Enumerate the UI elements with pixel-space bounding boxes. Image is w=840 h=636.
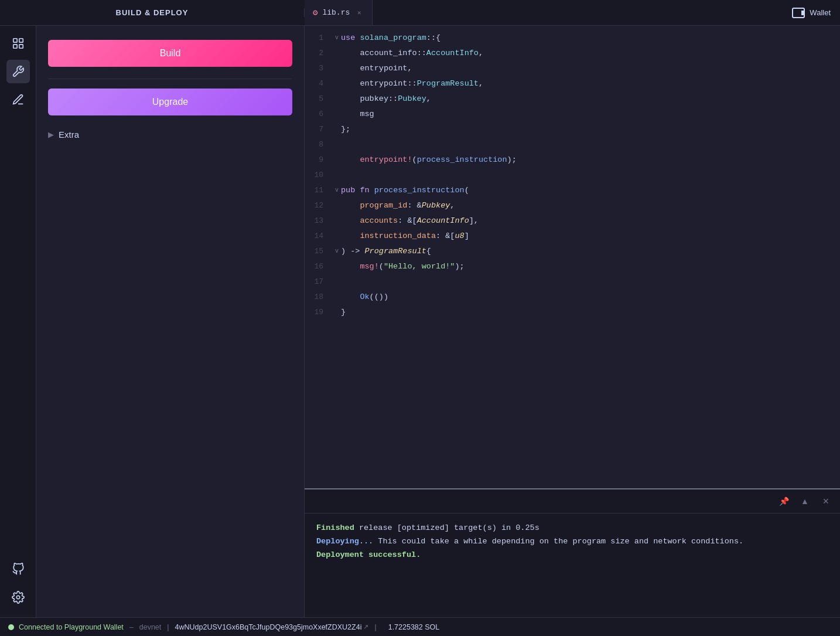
left-panel: Build Upgrade ▶ Extra xyxy=(36,26,305,617)
rust-file-icon: ⚙ xyxy=(313,8,317,18)
sidebar-icon-settings[interactable] xyxy=(6,586,30,609)
line-number: 5 xyxy=(312,91,333,107)
line-number: 19 xyxy=(312,305,333,320)
network-label: devnet xyxy=(139,623,162,631)
svg-rect-3 xyxy=(19,45,22,48)
sidebar-icon-pages[interactable] xyxy=(6,32,30,55)
top-bar: BUILD & DEPLOY ⚙ lib.rs ✕ Wallet xyxy=(0,0,840,26)
terminal-line2-rest: This could take a while depending on the… xyxy=(373,537,743,546)
code-line-18: 18 Ok(()) xyxy=(305,290,840,305)
line-number: 10 xyxy=(312,168,333,183)
terminal-line1-rest: release [optimized] target(s) in 0.25s xyxy=(354,523,539,532)
line-number: 18 xyxy=(312,290,333,305)
code-line-9: 9 entrypoint!(process_instruction); xyxy=(305,152,840,168)
upgrade-button[interactable]: Upgrade xyxy=(48,89,292,115)
fold-indicator[interactable]: v xyxy=(333,30,341,46)
external-link-icon: ↗ xyxy=(363,623,368,631)
code-content: ) -> ProgramResult{ xyxy=(341,244,833,259)
sidebar-bottom xyxy=(6,557,30,617)
code-line-2: 2 account_info::AccountInfo, xyxy=(305,46,840,61)
fold-indicator[interactable]: v xyxy=(333,244,341,259)
line-number: 8 xyxy=(312,137,333,152)
code-line-14: 14 instruction_data: &[u8] xyxy=(305,229,840,244)
editor-tabs: ⚙ lib.rs ✕ xyxy=(305,0,783,25)
tab-lib-rs[interactable]: ⚙ lib.rs ✕ xyxy=(305,0,373,25)
terminal-line-1: Finished release [optimized] target(s) i… xyxy=(316,522,828,535)
code-content: entrypoint, xyxy=(341,61,833,76)
terminal-line-2: Deploying... This could take a while dep… xyxy=(316,535,828,549)
terminal-success-label: Deployment successful. xyxy=(316,550,421,559)
line-number: 12 xyxy=(312,198,333,213)
status-sep-3: | xyxy=(374,623,376,631)
line-number: 2 xyxy=(312,46,333,61)
code-area[interactable]: 1vuse solana_program::{2 account_info::A… xyxy=(305,26,840,488)
line-number: 4 xyxy=(312,76,333,91)
code-content: msg xyxy=(341,107,833,122)
connection-status-dot xyxy=(8,624,14,630)
code-content: program_id: &Pubkey, xyxy=(341,198,833,213)
svg-rect-0 xyxy=(13,39,16,42)
terminal-toolbar: 📌 ▲ ✕ xyxy=(305,489,840,513)
code-content: msg!("Hello, world!"); xyxy=(341,259,833,274)
line-number: 14 xyxy=(312,229,333,244)
code-content: pubkey::Pubkey, xyxy=(341,91,833,107)
code-line-8: 8 xyxy=(305,137,840,152)
svg-rect-1 xyxy=(19,39,22,42)
sidebar-icon-pen[interactable] xyxy=(6,88,30,111)
terminal-content: Finished release [optimized] target(s) i… xyxy=(305,513,840,617)
panel-title-section: BUILD & DEPLOY xyxy=(0,8,305,17)
terminal-deploying-label: Deploying... xyxy=(316,537,373,546)
code-editor: 1vuse solana_program::{2 account_info::A… xyxy=(305,26,840,617)
code-content: entrypoint!(process_instruction); xyxy=(341,152,833,168)
connection-status-label: Connected to Playground Wallet xyxy=(19,623,124,631)
code-content: entrypoint::ProgramResult, xyxy=(341,76,833,91)
divider-1 xyxy=(48,79,292,79)
build-button[interactable]: Build xyxy=(48,40,292,67)
code-line-16: 16 msg!("Hello, world!"); xyxy=(305,259,840,274)
code-line-1: 1vuse solana_program::{ xyxy=(305,30,840,46)
code-content: }; xyxy=(341,122,833,137)
code-line-11: 11vpub fn process_instruction( xyxy=(305,183,840,198)
status-sep-2: | xyxy=(167,623,169,631)
terminal-collapse-button[interactable]: ▲ xyxy=(797,493,813,509)
code-line-6: 6 msg xyxy=(305,107,840,122)
terminal-pin-button[interactable]: 📌 xyxy=(776,493,792,509)
code-line-3: 3 entrypoint, xyxy=(305,61,840,76)
sidebar-icon-build[interactable] xyxy=(6,60,30,83)
line-number: 13 xyxy=(312,213,333,229)
tab-close-button[interactable]: ✕ xyxy=(354,8,364,18)
status-bar: Connected to Playground Wallet – devnet … xyxy=(0,617,840,636)
code-line-15: 15v) -> ProgramResult{ xyxy=(305,244,840,259)
line-number: 9 xyxy=(312,152,333,168)
main-content: Build Upgrade ▶ Extra 1vuse solana_progr… xyxy=(0,26,840,617)
code-line-13: 13 accounts: &[AccountInfo], xyxy=(305,213,840,229)
code-content: use solana_program::{ xyxy=(341,30,833,46)
wallet-section[interactable]: Wallet xyxy=(783,8,840,18)
fold-indicator[interactable]: v xyxy=(333,183,341,198)
code-line-17: 17 xyxy=(305,274,840,290)
terminal-line-3: Deployment successful. xyxy=(316,549,828,562)
line-number: 6 xyxy=(312,107,333,122)
line-number: 17 xyxy=(312,274,333,290)
code-line-12: 12 program_id: &Pubkey, xyxy=(305,198,840,213)
code-line-7: 7}; xyxy=(305,122,840,137)
panel-title: BUILD & DEPLOY xyxy=(116,8,189,17)
svg-point-4 xyxy=(16,596,20,599)
status-sep-1: – xyxy=(129,623,134,631)
code-content: Ok(()) xyxy=(341,290,833,305)
code-line-10: 10 xyxy=(305,168,840,183)
sidebar-icon-github[interactable] xyxy=(6,557,30,581)
line-number: 3 xyxy=(312,61,333,76)
code-content: } xyxy=(341,305,833,320)
terminal-finished-label: Finished xyxy=(316,523,354,532)
terminal-close-button[interactable]: ✕ xyxy=(818,493,834,509)
line-number: 11 xyxy=(312,183,333,198)
code-line-4: 4 entrypoint::ProgramResult, xyxy=(305,76,840,91)
chevron-right-icon: ▶ xyxy=(48,130,54,139)
address-label[interactable]: 4wNUdp2USV1Gx6BqTcJfupDQe93g5jmoXxefZDXU… xyxy=(175,623,362,631)
code-content: accounts: &[AccountInfo], xyxy=(341,213,833,229)
line-number: 7 xyxy=(312,122,333,137)
extra-section[interactable]: ▶ Extra xyxy=(48,130,292,140)
svg-rect-2 xyxy=(13,45,16,48)
tab-filename: lib.rs xyxy=(322,8,350,17)
